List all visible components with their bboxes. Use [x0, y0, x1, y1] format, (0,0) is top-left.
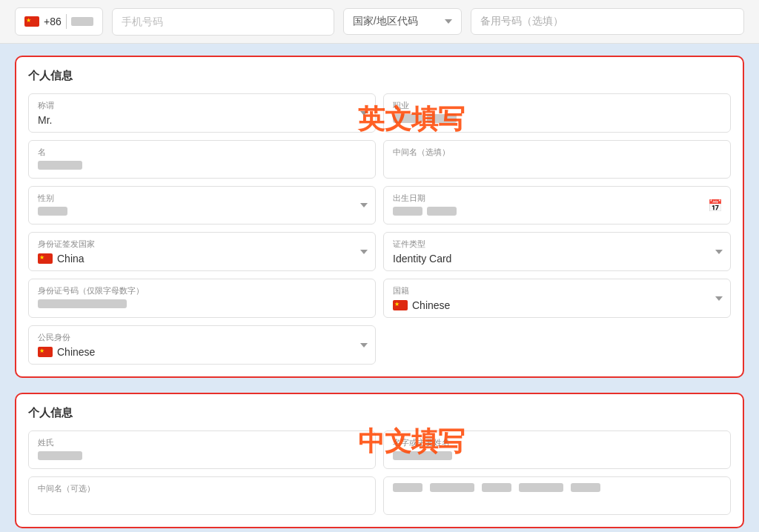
first-name-blur — [38, 161, 82, 170]
country-code-label: 国家/地区代码 — [353, 15, 440, 28]
section1-title: 个人信息 — [28, 69, 731, 83]
middle-name-field[interactable]: 中间名（选填） — [383, 140, 731, 179]
id-country-chevron-icon — [360, 250, 368, 254]
id-number-label: 身份证号码（仅限字母数字） — [38, 285, 366, 296]
citizenship-field[interactable]: 公民身份 Chinese — [28, 325, 376, 365]
citizenship-value: Chinese — [38, 346, 366, 358]
id-country-label: 身份证签发国家 — [38, 239, 366, 250]
salutation-chevron-icon — [360, 111, 368, 116]
calendar-icon: 📅 — [708, 199, 723, 213]
last-name-cn-value — [38, 451, 366, 460]
last-name-cn-field[interactable]: 姓氏 — [28, 430, 376, 469]
phone-prefix-box[interactable]: +86 — [15, 7, 103, 36]
nationality-chevron-icon — [715, 296, 723, 301]
nationality-flag-icon — [393, 300, 408, 310]
job-blur1 — [393, 114, 422, 123]
citizenship-chevron-icon — [360, 343, 368, 348]
main-content: 个人信息 英文填写 称谓 Mr. 职业 名 — [0, 44, 759, 532]
phone-number-blurred — [71, 17, 93, 26]
middle-name-cn-field[interactable]: 中间名（可选） — [28, 476, 376, 515]
chinese-form-grid: 姓氏 名字或主要姓名 中间名（可选） — [28, 430, 731, 515]
phone-input[interactable]: 手机号码 — [112, 8, 334, 36]
phone-placeholder: 手机号码 — [122, 16, 163, 27]
middle-name-cn-label: 中间名（可选） — [38, 483, 366, 494]
dob-label: 出生日期 — [393, 193, 721, 204]
section2-title: 个人信息 — [28, 406, 731, 420]
extra-cn-field[interactable] — [383, 476, 731, 515]
chinese-info-section: 个人信息 中文填写 姓氏 名字或主要姓名 中间名（可选） — [15, 393, 744, 528]
id-number-blur — [38, 299, 127, 308]
china-flag-small-icon — [38, 253, 53, 264]
dob-blur1 — [393, 207, 422, 216]
country-code-select[interactable]: 国家/地区代码 — [343, 8, 462, 35]
first-name-field[interactable]: 名 — [28, 140, 376, 179]
last-name-cn-label: 姓氏 — [38, 437, 366, 448]
salutation-field[interactable]: 称谓 Mr. — [28, 93, 376, 133]
main-name-cn-value — [393, 451, 721, 460]
gender-field[interactable]: 性别 — [28, 186, 376, 225]
id-type-value: Identity Card — [393, 253, 721, 265]
citizenship-flag-icon — [38, 347, 53, 357]
middle-name-label: 中间名（选填） — [393, 147, 721, 158]
dob-value — [393, 207, 721, 216]
extra-cn-blur4 — [519, 483, 563, 492]
extra-cn-blur5 — [571, 483, 600, 492]
english-form-grid: 称谓 Mr. 职业 名 中间名（选填） — [28, 93, 731, 365]
backup-phone-input[interactable]: 备用号码（选填） — [471, 8, 744, 35]
gender-blur — [38, 207, 67, 216]
extra-cn-blur3 — [482, 483, 511, 492]
gender-chevron-icon — [360, 203, 368, 207]
chevron-down-icon — [445, 19, 452, 24]
gender-value — [38, 207, 366, 216]
main-name-cn-label: 名字或主要姓名 — [393, 437, 721, 448]
backup-phone-placeholder: 备用号码（选填） — [480, 15, 563, 27]
id-country-value: China — [38, 253, 366, 265]
main-name-cn-blur — [393, 451, 452, 460]
id-country-field[interactable]: 身份证签发国家 China — [28, 232, 376, 271]
phone-divider — [66, 14, 67, 29]
job-label: 职业 — [393, 100, 721, 111]
china-flag-icon — [24, 16, 39, 27]
extra-cn-blur1 — [393, 483, 422, 492]
first-name-label: 名 — [38, 147, 366, 158]
id-number-field[interactable]: 身份证号码（仅限字母数字） — [28, 279, 376, 318]
english-info-section: 个人信息 英文填写 称谓 Mr. 职业 名 — [15, 56, 744, 378]
citizenship-label: 公民身份 — [38, 332, 366, 343]
job-value — [393, 114, 721, 123]
salutation-label: 称谓 — [38, 100, 366, 111]
nationality-label: 国籍 — [393, 285, 721, 296]
salutation-value: Mr. — [38, 114, 366, 126]
empty-cell — [383, 325, 731, 365]
top-phone-bar: +86 手机号码 国家/地区代码 备用号码（选填） — [0, 0, 759, 44]
job-field: 职业 — [383, 93, 731, 133]
nationality-value: Chinese — [393, 299, 721, 311]
extra-cn-blur2 — [430, 483, 474, 492]
id-type-field[interactable]: 证件类型 Identity Card — [383, 232, 731, 271]
id-type-chevron-icon — [715, 250, 723, 254]
id-type-label: 证件类型 — [393, 239, 721, 250]
job-blur2 — [427, 114, 457, 123]
nationality-field[interactable]: 国籍 Chinese — [383, 279, 731, 318]
dob-field[interactable]: 出生日期 📅 — [383, 186, 731, 225]
first-name-value — [38, 161, 366, 170]
gender-label: 性别 — [38, 193, 366, 204]
main-name-cn-field[interactable]: 名字或主要姓名 — [383, 430, 731, 469]
id-number-value — [38, 299, 366, 308]
last-name-cn-blur — [38, 451, 82, 460]
dob-blur2 — [427, 207, 457, 216]
extra-cn-value — [393, 483, 721, 492]
phone-code-label: +86 — [44, 16, 62, 27]
